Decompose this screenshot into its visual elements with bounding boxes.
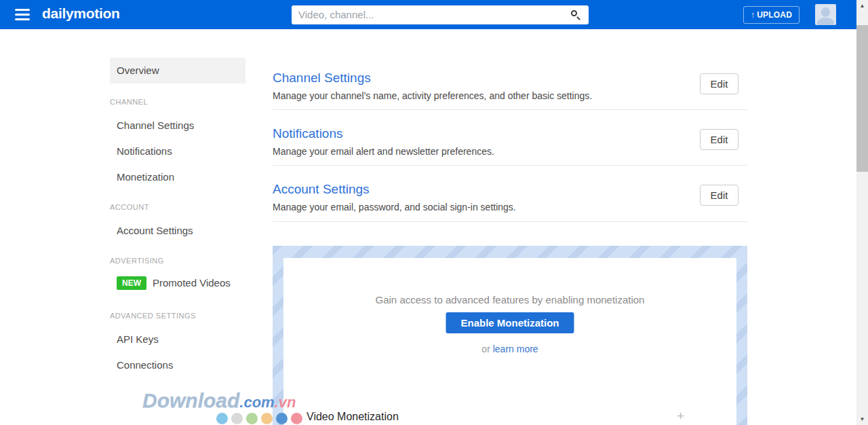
scrollbar-down-arrow[interactable]: ▼ (856, 416, 868, 422)
notifications-link[interactable]: Notifications (273, 126, 747, 141)
scrollbar-up-arrow[interactable]: ▲ (856, 3, 868, 9)
sidebar-section-advertising: ADVERTISING (110, 257, 164, 265)
monetization-banner: Gain access to advanced features by enab… (273, 246, 747, 425)
row-divider (273, 165, 747, 166)
sidebar-item-promoted-videos[interactable]: NEWPromoted Videos (117, 276, 231, 290)
account-settings-link[interactable]: Account Settings (273, 182, 747, 197)
account-settings-row: Account Settings Manage your email, pass… (273, 182, 747, 212)
sidebar-item-monetization[interactable]: Monetization (117, 171, 174, 183)
dailymotion-logo[interactable]: dailymotion (42, 5, 120, 22)
or-text: or (481, 344, 492, 354)
learn-more-link[interactable]: learn more (493, 344, 538, 354)
watermark-dot (231, 413, 243, 424)
avatar-torso (817, 18, 834, 25)
enable-monetization-button[interactable]: Enable Monetization (446, 312, 574, 333)
search-input[interactable] (298, 6, 566, 23)
sidebar-section-advanced-settings: ADVANCED SETTINGS (110, 312, 196, 320)
channel-settings-row: Channel Settings Manage your channel's n… (273, 71, 747, 101)
notifications-description: Manage your email alert and newsletter p… (273, 146, 747, 157)
sidebar-item-overview[interactable]: Overview (110, 58, 245, 84)
vertical-scrollbar[interactable]: ▲ ▼ (856, 0, 868, 425)
sidebar-item-notifications[interactable]: Notifications (117, 145, 172, 157)
new-badge: NEW (117, 276, 146, 290)
search-icon[interactable] (571, 10, 580, 20)
sidebar-item-connections[interactable]: Connections (117, 359, 173, 371)
hamburger-bar (15, 9, 30, 11)
monetization-card: Gain access to advanced features by enab… (283, 258, 736, 425)
watermark-dot (216, 413, 228, 424)
learn-more-row: or learn more (283, 344, 736, 354)
watermark-dot (261, 413, 273, 424)
sidebar-item-channel-settings[interactable]: Channel Settings (117, 119, 194, 131)
channel-settings-edit-button[interactable]: Edit (700, 73, 738, 94)
video-monetization-title: Video Monetization (307, 411, 399, 423)
channel-settings-link[interactable]: Channel Settings (273, 71, 747, 86)
search-box (292, 5, 589, 24)
sidebar-section-channel: CHANNEL (110, 98, 148, 106)
top-navigation-bar: dailymotion ↑UPLOAD (0, 0, 856, 29)
scrollbar-thumb[interactable] (856, 25, 868, 172)
sidebar-item-api-keys[interactable]: API Keys (117, 333, 159, 345)
row-divider (273, 221, 747, 222)
notifications-row: Notifications Manage your email alert an… (273, 126, 747, 157)
channel-settings-description: Manage your channel's name, activity pre… (273, 90, 747, 101)
account-settings-description: Manage your email, password, and social … (273, 202, 747, 212)
notifications-edit-button[interactable]: Edit (700, 129, 738, 150)
account-settings-edit-button[interactable]: Edit (700, 185, 738, 206)
search-lens (571, 10, 577, 16)
sidebar-item-account-settings[interactable]: Account Settings (117, 225, 193, 236)
search-handle (576, 16, 580, 20)
sidebar-section-account: ACCOUNT (110, 203, 149, 211)
upload-label: UPLOAD (757, 10, 792, 20)
watermark-com: .com (239, 394, 274, 411)
hamburger-bar (15, 18, 30, 20)
promoted-videos-label: Promoted Videos (153, 277, 231, 289)
watermark-dot (246, 413, 258, 424)
row-divider (273, 109, 747, 110)
upload-arrow-icon: ↑ (751, 10, 755, 20)
avatar-head (821, 7, 830, 17)
hamburger-menu-icon[interactable] (15, 9, 30, 20)
watermark-name: Download (142, 389, 239, 411)
monetization-message: Gain access to advanced features by enab… (283, 294, 736, 306)
hamburger-bar (15, 14, 30, 16)
avatar[interactable] (815, 4, 836, 25)
upload-button[interactable]: ↑UPLOAD (743, 6, 800, 24)
expand-plus-icon[interactable]: + (677, 409, 684, 424)
settings-overview-panel: Channel Settings Manage your channel's n… (273, 64, 747, 425)
